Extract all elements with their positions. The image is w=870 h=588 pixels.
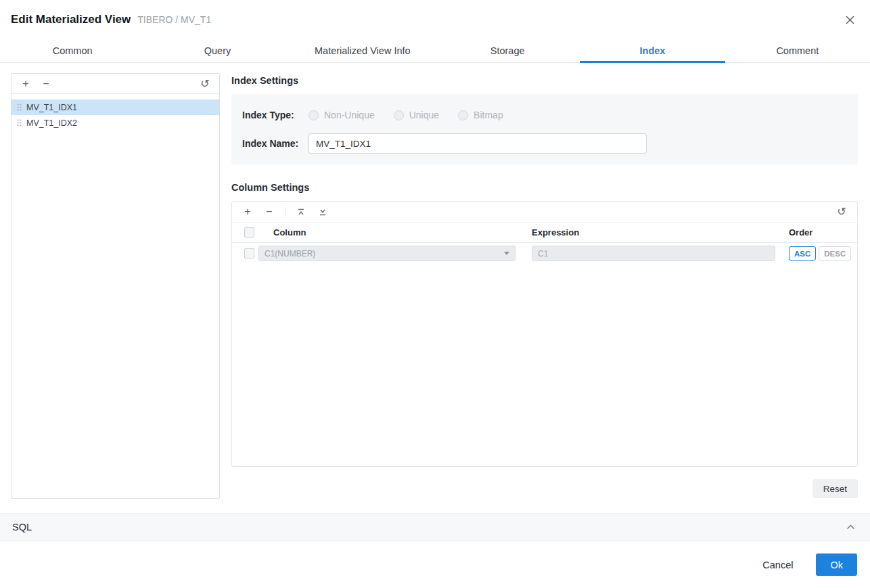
radio-icon: [308, 110, 319, 120]
tab-query[interactable]: Query: [145, 41, 290, 62]
add-index-button[interactable]: +: [20, 78, 32, 90]
list-item-label: MV_T1_IDX2: [26, 118, 77, 128]
tab-storage[interactable]: Storage: [435, 41, 580, 62]
reset-row: Reset: [231, 479, 858, 498]
radio-label: Bitmap: [474, 110, 503, 120]
chevron-up-icon: [846, 522, 855, 532]
sql-section-bar[interactable]: SQL: [0, 513, 870, 541]
dialog-header: Edit Materialized View TIBERO / MV_T1: [0, 0, 870, 41]
tab-common[interactable]: Common: [0, 41, 145, 62]
radio-bitmap: Bitmap: [458, 110, 503, 120]
radio-label: Unique: [409, 110, 439, 120]
remove-column-button[interactable]: −: [263, 206, 275, 218]
dialog-footer: Cancel Ok: [0, 541, 870, 588]
sql-section-label: SQL: [12, 522, 32, 533]
index-type-label: Index Type:: [242, 110, 308, 120]
index-name-label: Index Name:: [242, 138, 308, 149]
radio-non-unique: Non-Unique: [308, 110, 375, 120]
refresh-icon[interactable]: ↺: [199, 78, 211, 90]
expression-input: [532, 246, 775, 261]
header-check-cell: [232, 227, 258, 238]
remove-index-button[interactable]: −: [40, 78, 52, 90]
row-expression-cell: [528, 246, 785, 261]
index-list-panel: + − ↺ MV_T1_IDX1 MV_T1_IDX2: [11, 73, 220, 499]
list-item-label: MV_T1_IDX1: [26, 103, 77, 112]
drag-handle-icon[interactable]: [17, 119, 22, 127]
index-list: MV_T1_IDX1 MV_T1_IDX2: [12, 94, 219, 131]
column-select-value: C1(NUMBER): [265, 249, 315, 258]
header-expression: Expression: [528, 227, 785, 238]
table-row: C1(NUMBER) ASC DESC: [232, 243, 857, 264]
index-type-radio-group: Non-Unique Unique Bitmap: [308, 110, 503, 120]
header-column: Column: [258, 227, 528, 238]
move-top-icon[interactable]: [295, 206, 307, 218]
row-check-cell: [232, 248, 258, 258]
asc-button[interactable]: ASC: [789, 246, 816, 261]
toolbar-divider: [285, 207, 285, 217]
index-name-row: Index Name:: [242, 133, 847, 154]
tab-comment[interactable]: Comment: [725, 41, 870, 62]
collapse-button[interactable]: [844, 522, 858, 533]
reset-button[interactable]: Reset: [812, 479, 858, 498]
list-item-mv-t1-idx1[interactable]: MV_T1_IDX1: [12, 99, 219, 115]
row-order-cell: ASC DESC: [785, 246, 857, 261]
dialog-subtitle: TIBERO / MV_T1: [137, 14, 211, 25]
index-settings-panel: Index Type: Non-Unique Unique Bitmap: [231, 94, 858, 164]
page-title: Edit Materialized View: [11, 13, 131, 26]
index-settings-heading: Index Settings: [231, 75, 858, 86]
index-type-row: Index Type: Non-Unique Unique Bitmap: [242, 105, 847, 125]
list-item-mv-t1-idx2[interactable]: MV_T1_IDX2: [12, 115, 219, 131]
edit-materialized-view-dialog: Edit Materialized View TIBERO / MV_T1 Co…: [0, 0, 870, 588]
move-bottom-icon[interactable]: [317, 206, 329, 218]
tab-index[interactable]: Index: [580, 41, 725, 62]
column-select: C1(NUMBER): [258, 246, 516, 261]
close-button[interactable]: [844, 14, 856, 26]
close-icon: [845, 17, 855, 27]
row-checkbox[interactable]: [244, 248, 254, 258]
cancel-button[interactable]: Cancel: [758, 559, 797, 571]
radio-unique: Unique: [394, 110, 439, 120]
drag-handle-icon[interactable]: [17, 104, 22, 111]
column-settings-heading: Column Settings: [231, 182, 858, 193]
radio-label: Non-Unique: [324, 110, 375, 120]
column-settings-panel: + − ↺ Column E: [231, 201, 858, 467]
tab-materialized-view-info[interactable]: Materialized View Info: [290, 41, 435, 62]
radio-icon: [394, 110, 404, 120]
column-toolbar: + − ↺: [232, 202, 857, 223]
tab-bar: Common Query Materialized View Info Stor…: [0, 41, 870, 63]
desc-button[interactable]: DESC: [819, 246, 851, 261]
ok-button[interactable]: Ok: [816, 553, 857, 576]
main-content: + − ↺ MV_T1_IDX1 MV_T1_IDX2: [11, 73, 858, 499]
refresh-icon[interactable]: ↺: [835, 206, 848, 218]
index-list-toolbar: + − ↺: [12, 74, 219, 94]
row-column-cell: C1(NUMBER): [258, 246, 528, 261]
index-name-input[interactable]: [308, 133, 647, 154]
index-detail-panel: Index Settings Index Type: Non-Unique Un…: [231, 73, 858, 498]
header-order: Order: [785, 227, 857, 238]
add-column-button[interactable]: +: [242, 206, 254, 218]
column-table-header: Column Expression Order: [232, 223, 857, 243]
chevron-down-icon: [504, 252, 509, 255]
radio-icon: [458, 110, 468, 120]
select-all-checkbox[interactable]: [244, 227, 254, 238]
